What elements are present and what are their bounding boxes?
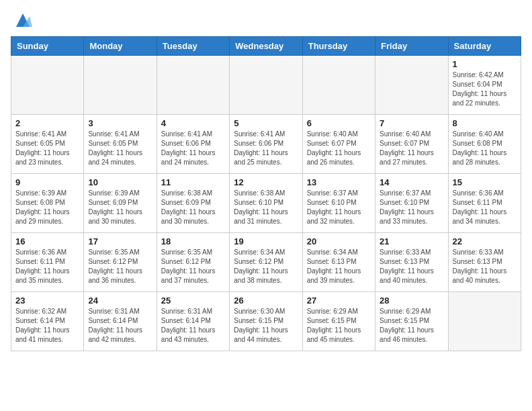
day-number: 11 (161, 177, 225, 187)
calendar-cell: 17Sunrise: 6:35 AM Sunset: 6:12 PM Dayli… (84, 233, 157, 292)
calendar-cell: 3Sunrise: 6:41 AM Sunset: 6:05 PM Daylig… (84, 115, 157, 174)
day-info: Sunrise: 6:33 AM Sunset: 6:13 PM Dayligh… (453, 248, 517, 285)
page-header (11, 11, 521, 30)
day-number: 19 (234, 236, 298, 246)
day-info: Sunrise: 6:38 AM Sunset: 6:09 PM Dayligh… (161, 189, 225, 226)
calendar-cell: 28Sunrise: 6:29 AM Sunset: 6:15 PM Dayli… (375, 292, 448, 351)
day-number: 27 (307, 295, 371, 306)
logo (11, 11, 32, 30)
day-number: 10 (88, 177, 152, 187)
day-info: Sunrise: 6:36 AM Sunset: 6:11 PM Dayligh… (453, 189, 517, 226)
calendar-week-row: 23Sunrise: 6:32 AM Sunset: 6:14 PM Dayli… (11, 292, 521, 351)
day-info: Sunrise: 6:39 AM Sunset: 6:08 PM Dayligh… (15, 189, 79, 226)
calendar-week-row: 2Sunrise: 6:41 AM Sunset: 6:05 PM Daylig… (11, 115, 521, 174)
weekday-header-tuesday: Tuesday (157, 37, 229, 56)
day-info: Sunrise: 6:42 AM Sunset: 6:04 PM Dayligh… (453, 71, 517, 108)
calendar-cell: 14Sunrise: 6:37 AM Sunset: 6:10 PM Dayli… (375, 174, 448, 233)
day-info: Sunrise: 6:41 AM Sunset: 6:06 PM Dayligh… (234, 130, 298, 167)
day-number: 9 (15, 177, 79, 187)
day-info: Sunrise: 6:36 AM Sunset: 6:11 PM Dayligh… (15, 248, 79, 285)
calendar-cell: 27Sunrise: 6:29 AM Sunset: 6:15 PM Dayli… (302, 292, 375, 351)
day-number: 1 (453, 59, 517, 69)
calendar-cell: 4Sunrise: 6:41 AM Sunset: 6:06 PM Daylig… (157, 115, 229, 174)
day-info: Sunrise: 6:31 AM Sunset: 6:14 PM Dayligh… (161, 307, 225, 345)
calendar-week-row: 16Sunrise: 6:36 AM Sunset: 6:11 PM Dayli… (11, 233, 521, 292)
day-info: Sunrise: 6:35 AM Sunset: 6:12 PM Dayligh… (161, 248, 225, 285)
calendar-cell: 12Sunrise: 6:38 AM Sunset: 6:10 PM Dayli… (230, 174, 302, 233)
logo-icon (13, 11, 32, 30)
day-number: 8 (453, 118, 517, 128)
calendar-cell (448, 292, 521, 351)
calendar-cell: 5Sunrise: 6:41 AM Sunset: 6:06 PM Daylig… (230, 115, 302, 174)
day-number: 22 (453, 236, 517, 246)
calendar-header: SundayMondayTuesdayWednesdayThursdayFrid… (11, 37, 521, 56)
day-number: 4 (161, 118, 225, 128)
day-info: Sunrise: 6:41 AM Sunset: 6:05 PM Dayligh… (15, 130, 79, 167)
day-info: Sunrise: 6:29 AM Sunset: 6:15 PM Dayligh… (307, 307, 371, 345)
calendar-cell: 25Sunrise: 6:31 AM Sunset: 6:14 PM Dayli… (157, 292, 229, 351)
day-info: Sunrise: 6:34 AM Sunset: 6:13 PM Dayligh… (307, 248, 371, 285)
weekday-header-sunday: Sunday (11, 37, 84, 56)
calendar-week-row: 1Sunrise: 6:42 AM Sunset: 6:04 PM Daylig… (11, 56, 521, 115)
calendar-cell: 11Sunrise: 6:38 AM Sunset: 6:09 PM Dayli… (157, 174, 229, 233)
day-number: 23 (15, 295, 79, 306)
calendar-table: SundayMondayTuesdayWednesdayThursdayFrid… (11, 36, 521, 351)
day-info: Sunrise: 6:32 AM Sunset: 6:14 PM Dayligh… (15, 307, 79, 345)
calendar-cell (157, 56, 229, 115)
calendar-cell: 1Sunrise: 6:42 AM Sunset: 6:04 PM Daylig… (448, 56, 521, 115)
calendar-cell: 16Sunrise: 6:36 AM Sunset: 6:11 PM Dayli… (11, 233, 84, 292)
calendar-cell: 24Sunrise: 6:31 AM Sunset: 6:14 PM Dayli… (84, 292, 157, 351)
day-info: Sunrise: 6:35 AM Sunset: 6:12 PM Dayligh… (88, 248, 152, 285)
weekday-header-saturday: Saturday (448, 37, 521, 56)
day-info: Sunrise: 6:34 AM Sunset: 6:12 PM Dayligh… (234, 248, 298, 285)
day-number: 25 (161, 295, 225, 306)
day-info: Sunrise: 6:40 AM Sunset: 6:07 PM Dayligh… (380, 130, 443, 167)
calendar-body: 1Sunrise: 6:42 AM Sunset: 6:04 PM Daylig… (11, 56, 521, 351)
day-number: 15 (453, 177, 517, 187)
calendar-cell (11, 56, 84, 115)
day-number: 17 (88, 236, 152, 246)
calendar-cell: 13Sunrise: 6:37 AM Sunset: 6:10 PM Dayli… (302, 174, 375, 233)
day-info: Sunrise: 6:31 AM Sunset: 6:14 PM Dayligh… (88, 307, 152, 345)
day-number: 20 (307, 236, 371, 246)
day-number: 3 (88, 118, 152, 128)
day-info: Sunrise: 6:37 AM Sunset: 6:10 PM Dayligh… (380, 189, 443, 226)
day-number: 7 (380, 118, 443, 128)
weekday-header-friday: Friday (375, 37, 448, 56)
day-number: 12 (234, 177, 298, 187)
calendar-cell: 7Sunrise: 6:40 AM Sunset: 6:07 PM Daylig… (375, 115, 448, 174)
day-info: Sunrise: 6:40 AM Sunset: 6:08 PM Dayligh… (453, 130, 517, 167)
weekday-header-wednesday: Wednesday (230, 37, 302, 56)
day-number: 26 (234, 295, 298, 306)
day-number: 6 (307, 118, 371, 128)
calendar-cell (375, 56, 448, 115)
day-number: 24 (88, 295, 152, 306)
calendar-cell: 6Sunrise: 6:40 AM Sunset: 6:07 PM Daylig… (302, 115, 375, 174)
day-info: Sunrise: 6:33 AM Sunset: 6:13 PM Dayligh… (380, 248, 443, 285)
day-info: Sunrise: 6:41 AM Sunset: 6:06 PM Dayligh… (161, 130, 225, 167)
day-info: Sunrise: 6:30 AM Sunset: 6:15 PM Dayligh… (234, 307, 298, 345)
day-number: 21 (380, 236, 443, 246)
calendar-week-row: 9Sunrise: 6:39 AM Sunset: 6:08 PM Daylig… (11, 174, 521, 233)
calendar-cell: 10Sunrise: 6:39 AM Sunset: 6:09 PM Dayli… (84, 174, 157, 233)
calendar-cell (84, 56, 157, 115)
calendar-cell: 2Sunrise: 6:41 AM Sunset: 6:05 PM Daylig… (11, 115, 84, 174)
weekday-header-thursday: Thursday (302, 37, 375, 56)
calendar-cell (230, 56, 302, 115)
calendar-cell: 20Sunrise: 6:34 AM Sunset: 6:13 PM Dayli… (302, 233, 375, 292)
day-number: 2 (15, 118, 79, 128)
day-info: Sunrise: 6:37 AM Sunset: 6:10 PM Dayligh… (307, 189, 371, 226)
day-number: 28 (380, 295, 443, 306)
calendar-cell: 22Sunrise: 6:33 AM Sunset: 6:13 PM Dayli… (448, 233, 521, 292)
day-number: 18 (161, 236, 225, 246)
day-info: Sunrise: 6:41 AM Sunset: 6:05 PM Dayligh… (88, 130, 152, 167)
day-info: Sunrise: 6:40 AM Sunset: 6:07 PM Dayligh… (307, 130, 371, 167)
day-number: 5 (234, 118, 298, 128)
calendar-cell (302, 56, 375, 115)
day-number: 13 (307, 177, 371, 187)
calendar-cell: 26Sunrise: 6:30 AM Sunset: 6:15 PM Dayli… (230, 292, 302, 351)
weekday-header-monday: Monday (84, 37, 157, 56)
day-info: Sunrise: 6:38 AM Sunset: 6:10 PM Dayligh… (234, 189, 298, 226)
calendar-cell: 9Sunrise: 6:39 AM Sunset: 6:08 PM Daylig… (11, 174, 84, 233)
calendar-cell: 19Sunrise: 6:34 AM Sunset: 6:12 PM Dayli… (230, 233, 302, 292)
